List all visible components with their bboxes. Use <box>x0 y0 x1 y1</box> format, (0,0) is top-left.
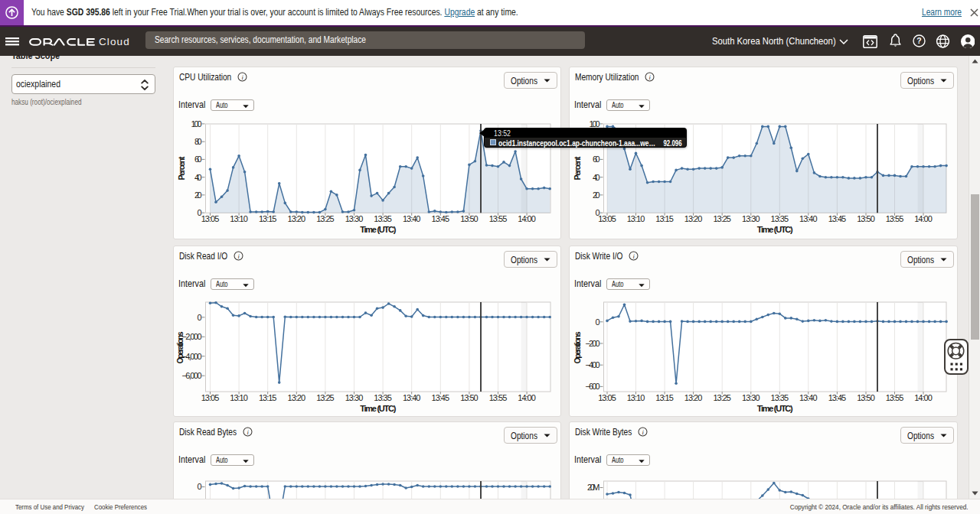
svg-text:i: i <box>648 73 651 81</box>
svg-text:i: i <box>241 73 243 81</box>
svg-text:?: ? <box>916 36 921 45</box>
svg-text:i: i <box>642 428 644 436</box>
svg-text:i: i <box>237 252 240 260</box>
svg-text:i: i <box>632 252 635 260</box>
svg-text:i: i <box>247 428 249 436</box>
